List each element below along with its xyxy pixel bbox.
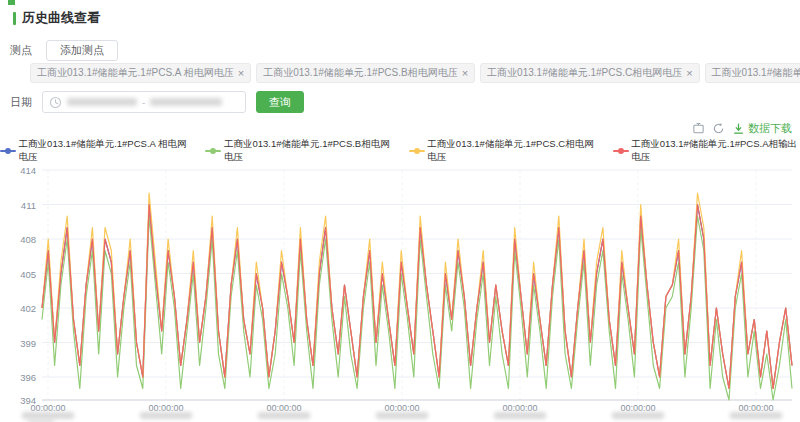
download-icon: [732, 122, 745, 135]
date-range-separator: -: [142, 97, 145, 108]
y-axis-tick: 414: [4, 165, 36, 176]
redacted-x-axis-date: [376, 412, 428, 419]
legend-marker-icon: [205, 147, 220, 155]
date-row: 日期 - 查询: [10, 91, 304, 113]
point-tag-label: 工商业013.1#储能单元.1#PCS.C相电网电压: [487, 66, 682, 80]
redacted-x-axis-date: [612, 412, 664, 419]
y-axis-tick: 396: [4, 372, 36, 383]
series-line: [42, 205, 792, 389]
redacted-x-axis-date: [258, 412, 310, 419]
data-download-label: 数据下载: [748, 121, 792, 136]
y-axis-tick: 408: [4, 234, 36, 245]
point-tag[interactable]: 工商业013.1#储能单元.1#PCS.B相电网电压×: [256, 63, 475, 83]
redacted-x-axis-date: [140, 412, 192, 419]
points-row: 测点 添加测点: [10, 40, 118, 61]
legend-marker-icon: [0, 147, 15, 155]
legend-marker-icon: [409, 147, 424, 155]
point-tag[interactable]: 工商业013.1#储能单元.1#PCS.A相输出电压×: [705, 63, 800, 83]
y-axis-tick: 402: [4, 303, 36, 314]
y-axis-tick: 405: [4, 269, 36, 280]
point-tag-label: 工商业013.1#储能单元.1#PCS.A相输出电压: [712, 66, 800, 80]
y-axis-tick: 399: [4, 338, 36, 349]
restore-icon[interactable]: [712, 122, 725, 135]
query-button[interactable]: 查询: [256, 91, 304, 113]
line-chart[interactable]: 39439639940240540841141400:00:0000:00:00…: [0, 160, 800, 422]
close-icon[interactable]: ×: [686, 68, 692, 79]
point-tags-row: 工商业013.1#储能单元.1#PCS.A 相电网电压×工商业013.1#储能单…: [30, 63, 790, 83]
legend-marker-icon: [613, 147, 628, 155]
date-range-input[interactable]: -: [42, 91, 246, 113]
page-title: 历史曲线查看: [22, 9, 100, 27]
clock-icon: [49, 96, 62, 109]
top-left-green-fragment: [8, 0, 15, 5]
page-header: 历史曲线查看: [13, 9, 100, 27]
redacted-x-axis-date: [494, 412, 546, 419]
title-accent-bar: [13, 12, 16, 25]
add-point-button[interactable]: 添加测点: [46, 40, 118, 61]
point-tag-label: 工商业013.1#储能单元.1#PCS.B相电网电压: [263, 66, 458, 80]
points-label: 测点: [10, 43, 32, 58]
historical-curve-page: 历史曲线查看 测点 添加测点 工商业013.1#储能单元.1#PCS.A 相电网…: [0, 0, 800, 422]
redacted-x-axis-date: [22, 412, 74, 419]
close-icon[interactable]: ×: [238, 68, 244, 79]
close-icon[interactable]: ×: [462, 68, 468, 79]
date-label: 日期: [10, 95, 32, 110]
chart-toolbar: 数据下载: [692, 121, 792, 136]
data-download-button[interactable]: 数据下载: [732, 121, 792, 136]
redacted-date-end: [150, 98, 222, 106]
y-axis-tick: 411: [4, 200, 36, 211]
redacted-x-axis-date: [730, 412, 782, 419]
point-tag[interactable]: 工商业013.1#储能单元.1#PCS.C相电网电压×: [480, 63, 700, 83]
redacted-date-start: [67, 98, 137, 106]
point-tag-label: 工商业013.1#储能单元.1#PCS.A 相电网电压: [37, 66, 234, 80]
zoom-reset-icon[interactable]: [692, 122, 705, 135]
chart-canvas[interactable]: [0, 160, 800, 422]
point-tag[interactable]: 工商业013.1#储能单元.1#PCS.A 相电网电压×: [30, 63, 251, 83]
